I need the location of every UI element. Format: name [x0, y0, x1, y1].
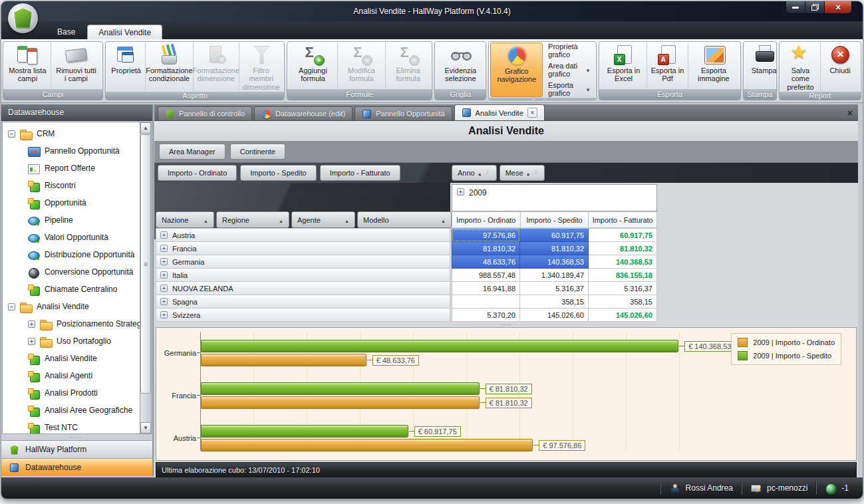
- statusbar-item-rossi-andrea[interactable]: Rossi Andrea: [660, 481, 742, 495]
- value-cell-austria-2[interactable]: 60.917,75: [589, 229, 657, 242]
- row-header-austria[interactable]: Austria: [156, 229, 450, 242]
- row-header-svizzera[interactable]: Svizzera: [156, 309, 450, 322]
- column-button-mese[interactable]: Mese: [500, 165, 545, 181]
- value-cell-germania-0[interactable]: 48.633,76: [452, 255, 520, 269]
- chart-bar-germania-2009-importo-ordinato[interactable]: [201, 354, 366, 366]
- close-all-tabs-icon[interactable]: [847, 108, 853, 118]
- tree-item-test-ntc[interactable]: Test NTC: [3, 419, 139, 434]
- value-cell-germania-2[interactable]: 140.368,53: [589, 255, 657, 269]
- tree-item-analisi-agenti[interactable]: Analisi Agenti: [3, 367, 139, 384]
- doc-tab-datawarehouse-edit[interactable]: Datawarehouse (edit): [254, 106, 353, 120]
- dim-header-agente[interactable]: Agente: [291, 211, 355, 228]
- year-group-cell[interactable]: 2009: [452, 184, 657, 211]
- tree-item-pannello-opportunit[interactable]: Pannello Opportunità: [3, 142, 139, 160]
- value-cell-nuova-zelanda-2[interactable]: 5.316,37: [589, 282, 657, 295]
- close-button[interactable]: [825, 1, 851, 13]
- value-cell-germania-1[interactable]: 140.368,53: [520, 255, 589, 269]
- tree-item-conversione-opportunit[interactable]: Conversione Opportunità: [3, 263, 139, 281]
- measure-button-importo-fatturato[interactable]: Importo - Fatturato: [320, 165, 400, 181]
- scroll-down-icon[interactable]: [140, 422, 151, 434]
- grafico-navigazione-button[interactable]: Grafico navigazione: [490, 43, 543, 97]
- doc-tab-analisi-vendite[interactable]: Analisi Vendite: [454, 104, 545, 120]
- expander-plus-icon[interactable]: [160, 245, 168, 252]
- value-cell-austria-1[interactable]: 60.917,75: [520, 229, 589, 242]
- expander-plus-icon[interactable]: [28, 338, 35, 345]
- esporta-immagine-button[interactable]: Esporta immagine: [688, 43, 739, 88]
- close-tab-icon[interactable]: [527, 108, 537, 118]
- value-cell-spagna-0[interactable]: [452, 295, 520, 309]
- tree-item-crm[interactable]: CRM: [3, 125, 139, 142]
- tree-item-uso-portafoglio[interactable]: Uso Portafoglio: [3, 332, 139, 350]
- expander-minus-icon[interactable]: [8, 303, 15, 311]
- value-cell-francia-1[interactable]: 81.810,32: [520, 242, 589, 255]
- filter-button-area-manager[interactable]: Area Manager: [159, 144, 225, 160]
- statusbar-item-pc-menozzi[interactable]: pc-menozzi: [742, 481, 816, 495]
- value-cell-italia-2[interactable]: 836.155,18: [589, 269, 657, 282]
- restore-button[interactable]: [805, 1, 825, 13]
- dim-header-regione[interactable]: Regione: [216, 211, 289, 228]
- dim-header-modello[interactable]: Modello: [357, 211, 452, 228]
- tree-item-pipeline[interactable]: Pipeline: [3, 211, 139, 229]
- stampa-button[interactable]: Stampa: [745, 43, 777, 88]
- chart-bar-austria-2009-importo-ordinato[interactable]: [201, 439, 533, 451]
- filter-button-continente[interactable]: Continente: [230, 144, 285, 160]
- row-header-germania[interactable]: Germania: [156, 255, 450, 269]
- value-cell-svizzera-1[interactable]: 145.026,60: [520, 309, 589, 322]
- tree-item-chiamate-centralino[interactable]: Chiamate Centralino: [3, 281, 139, 298]
- dim-header-nazione[interactable]: Nazione: [156, 211, 214, 228]
- tree-item-riscontri[interactable]: Riscontri: [3, 177, 139, 194]
- area-dati-grafico-menu-item[interactable]: Area dati grafico: [548, 62, 589, 78]
- doc-tab-pannello-opportunit[interactable]: Pannello Opportunità: [355, 106, 452, 120]
- expander-plus-icon[interactable]: [160, 258, 168, 265]
- salva-come-preferito-button[interactable]: Salva come preferito: [781, 43, 821, 91]
- chiudi-button[interactable]: Chiudi: [821, 43, 859, 91]
- aggiungi-formula-button[interactable]: Aggiungi formula: [289, 43, 338, 88]
- tree-scrollbar[interactable]: [140, 122, 151, 434]
- ribbon-tab-base[interactable]: Base: [47, 25, 86, 39]
- value-cell-francia-2[interactable]: 81.810,32: [589, 242, 657, 255]
- sidebar-nav-hallway-platform[interactable]: HallWay Platform: [1, 440, 152, 458]
- tree-item-analisi-prodotti[interactable]: Analisi Prodotti: [3, 384, 139, 402]
- tree-item-distribuzione-opportunit[interactable]: Distribuzione Opportunità: [3, 246, 139, 263]
- chart-bar-francia-2009-importo-spedito[interactable]: [201, 382, 480, 395]
- value-cell-nuova-zelanda-1[interactable]: 5.316,37: [520, 282, 589, 295]
- column-button-anno[interactable]: Anno: [452, 165, 497, 181]
- measure-button-importo-spedito[interactable]: Importo - Spedito: [240, 165, 316, 181]
- title-bar[interactable]: Analisi Vendite - HallWay Platform (V.4.…: [1, 1, 863, 21]
- expander-plus-icon[interactable]: [28, 320, 35, 328]
- expander-plus-icon[interactable]: [160, 285, 168, 292]
- tree-item-valori-opportunit[interactable]: Valori Opportunità: [3, 229, 139, 246]
- sidebar-splitter[interactable]: [1, 434, 152, 440]
- horizontal-splitter[interactable]: [154, 321, 858, 327]
- formattazione-condizionale-button[interactable]: Formattazione condizionale: [146, 43, 193, 91]
- value-cell-austria-0[interactable]: 97.576,86: [452, 229, 520, 242]
- row-header-nuova-zelanda[interactable]: NUOVA ZELANDA: [156, 282, 450, 295]
- esporta-in-pdf-button[interactable]: Esporta in Pdf: [647, 43, 688, 88]
- expander-minus-icon[interactable]: [8, 130, 15, 138]
- chart-bar-francia-2009-importo-ordinato[interactable]: [201, 396, 480, 409]
- tree-item-analisi-vendite[interactable]: Analisi Vendite: [3, 298, 139, 315]
- value-cell-francia-0[interactable]: 81.810,32: [452, 242, 520, 255]
- rimuovi-tutti-i-campi-button[interactable]: Rimuovi tutti i campi: [51, 43, 101, 88]
- value-cell-svizzera-0[interactable]: 5.370,20: [452, 309, 520, 322]
- tree-item-posizionamento-strategico[interactable]: Posizionamento Strategico: [3, 315, 139, 332]
- propriet-grafico-menu-item[interactable]: Proprietà grafico: [548, 43, 589, 59]
- ribbon-tab-analisi-vendite[interactable]: Analisi Vendite: [87, 25, 162, 39]
- chart-bar-germania-2009-importo-spedito[interactable]: [201, 340, 678, 352]
- expander-plus-icon[interactable]: [160, 231, 168, 239]
- esporta-in-excel-button[interactable]: Esporta in Excel: [601, 43, 647, 88]
- expander-plus-icon[interactable]: [160, 271, 168, 279]
- row-header-italia[interactable]: Italia: [156, 269, 450, 282]
- row-header-francia[interactable]: Francia: [156, 242, 450, 255]
- scroll-up-icon[interactable]: [140, 122, 151, 134]
- value-cell-spagna-2[interactable]: 358,15: [589, 295, 657, 309]
- expander-plus-icon[interactable]: [160, 311, 168, 318]
- tree-item-opportunit[interactable]: Opportunità: [3, 194, 139, 211]
- minimize-button[interactable]: [786, 1, 805, 13]
- value-cell-svizzera-2[interactable]: 145.026,60: [589, 309, 657, 322]
- tree-item-report-offerte[interactable]: Report Offerte: [3, 160, 139, 177]
- value-cell-italia-0[interactable]: 988.557,48: [452, 269, 520, 282]
- mostra-lista-campi-button[interactable]: Mostra lista campi: [5, 43, 51, 88]
- scroll-thumb[interactable]: [140, 134, 151, 394]
- statusbar-item-1[interactable]: -1: [816, 481, 857, 495]
